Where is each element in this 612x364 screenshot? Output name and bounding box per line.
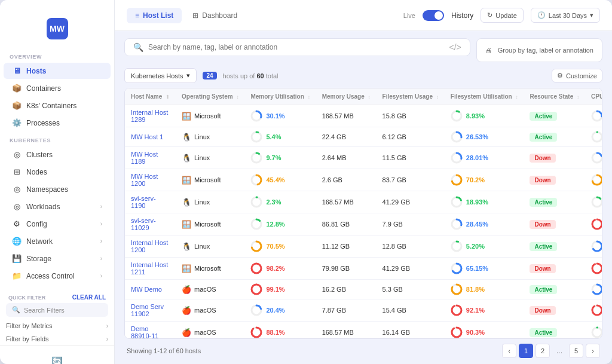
mem-util-circle [250,196,262,208]
fs-util-cell: 8.93% [451,110,518,122]
sidebar-item-access-control[interactable]: 📁 Access Control › [4,268,111,284]
next-page-button[interactable]: › [586,344,600,358]
chevron-right-icon: › [100,221,102,227]
col-cpu-util[interactable]: CPU Utilisation ↕ [585,88,602,105]
mem-util-cell: 30.1% [250,110,310,122]
cpu-util-cell: 18.93% [591,152,602,164]
sidebar-item-containers[interactable]: 📦 Containers [4,80,111,96]
sidebar-item-network[interactable]: 🌐 Network › [4,233,111,249]
table-row[interactable]: Internal Host 1200 🐧 Linux 70.5% 11.12 G… [125,235,602,258]
containers-icon: 📦 [12,84,22,93]
fs-usage-cell: 12.8 GB [382,243,406,250]
sidebar-nav-refresh-icon[interactable]: 🔄 [48,352,67,364]
live-label: Live [403,12,415,19]
mem-util-pct: 20.4% [266,307,284,314]
status-badge: Down [530,220,555,229]
sidebar-item-clusters[interactable]: ◎ Clusters [4,146,111,163]
sidebar: MW OVERVIEW 🖥 Hosts 📦 Containers 📦 K8s' … [0,0,115,364]
fs-util-pct: 81.8% [466,286,485,293]
status-badge: Active [530,133,557,142]
code-icon[interactable]: </> [449,42,461,52]
fs-util-cell: 26.53% [451,131,518,143]
table-row[interactable]: MW Host 1 🐧 Linux 5.4% 22.4 GB 6.12 GB 2… [125,127,602,147]
chevron-right-icon: › [106,336,108,342]
table-row[interactable]: MW Demo 🍎 macOS 99.1% 16.2 GB 5.3 GB 81.… [125,280,602,299]
page-1-button[interactable]: 1 [519,344,533,358]
host-selector[interactable]: Kubernetes Hosts ▾ [124,68,197,83]
table-row[interactable]: svi-serv-1190 🐧 Linux 2.3% 168.57 MB 41.… [125,191,602,213]
col-fs-util[interactable]: Filesystem Utilisation ↕ [445,88,524,105]
svg-point-38 [452,241,461,251]
col-mem-util[interactable]: Memory Utilisation ↕ [244,88,316,105]
sidebar-item-hosts[interactable]: 🖥 Hosts [4,63,111,79]
mem-usage-cell: 168.57 MB [322,198,354,206]
host-name-cell: MW Demo [131,286,162,293]
pagination: Showing 1-12 of 60 hosts ‹ 1 2 … 5 › [124,339,602,359]
update-button[interactable]: ↻ Update [481,8,523,23]
mem-util-cell: 70.5% [250,240,310,252]
sidebar-item-workloads[interactable]: ◎ Workloads › [4,198,111,215]
os-cell: 🍎 macOS [182,306,238,315]
sidebar-item-processes[interactable]: ⚙️ Processes [4,115,111,131]
filter-by-fields[interactable]: Filter by Fields › [0,332,114,345]
group-by-bar[interactable]: 🖨 Group by tag, label or annotation [476,38,602,62]
cpu-util-cell: 65.15% [591,283,602,295]
tab-host-list[interactable]: ≡ Host List [127,8,182,23]
sidebar-item-k8s-containers[interactable]: 📦 K8s' Containers [4,97,111,114]
page-2-button[interactable]: 2 [536,344,550,358]
tab-dashboard[interactable]: ⊞ Dashboard [184,8,246,23]
cpu-util-circle [591,262,602,274]
os-icon: 🪟 [182,264,191,273]
sidebar-item-nodes[interactable]: ⊞ Nodes [4,164,111,180]
table-row[interactable]: Demo Serv 11902 🍎 macOS 20.4% 7.87 GB 15… [125,299,602,322]
col-resource-state[interactable]: Resource State ↕ [524,88,585,105]
os-cell: 🪟 Microsoft [182,112,238,121]
os-cell: 🐧 Linux [182,198,238,207]
filter-by-metrics[interactable]: Filter by Metrics › [0,319,114,332]
fs-util-cell: 90.3% [451,326,518,338]
clear-all-button[interactable]: Clear All [72,294,106,301]
table-row[interactable]: Internal Host 1289 🪟 Microsoft 30.1% 168… [125,105,602,127]
table-row[interactable]: MW Host 1200 🪟 Microsoft 45.4% 2.6 GB 83… [125,169,602,191]
os-label: macOS [194,329,216,336]
date-range-button[interactable]: 🕐 Last 30 Days ▾ [531,8,600,23]
history-label[interactable]: History [451,11,473,20]
os-icon: 🪟 [182,220,191,229]
os-icon: 🪟 [182,112,191,121]
col-fs-usage[interactable]: Filesystem Usage ↕ [377,88,445,105]
mem-usage-cell: 22.4 GB [322,133,346,140]
os-icon: 🐧 [182,154,191,163]
table-row[interactable]: svi-serv-11029 🪟 Microsoft 12.8% 86.81 G… [125,213,602,235]
fs-util-circle [451,152,463,164]
prev-page-button[interactable]: ‹ [502,344,516,358]
table-row[interactable]: MW Host 1189 🐧 Linux 9.7% 2.64 MB 11.5 G… [125,147,602,169]
mem-util-cell: 12.8% [250,218,310,230]
mem-util-pct: 12.8% [266,221,284,228]
sidebar-item-storage[interactable]: 💾 Storage › [4,250,111,267]
mem-util-circle [250,240,262,252]
mem-usage-cell: 168.57 MB [322,329,354,336]
top-bar: ≡ Host List ⊞ Dashboard Live History ↻ U… [115,0,612,31]
status-badge: Down [530,306,555,315]
mem-util-pct: 88.1% [266,329,284,336]
fs-util-pct: 65.15% [466,265,488,272]
table-row[interactable]: Demo 88910-11 🍎 macOS 88.1% 168.57 MB 16… [125,322,602,339]
mem-usage-cell: 11.12 GB [322,243,350,250]
cpu-util-cell: 92.1% [591,262,602,274]
page-5-button[interactable]: 5 [569,344,583,358]
live-toggle[interactable] [423,10,444,21]
mem-util-circle [250,110,262,122]
mem-util-cell: 45.4% [250,174,310,186]
col-host-name[interactable]: Host Name ⬆ [125,88,176,105]
customize-button[interactable]: ⚙ Customize [552,69,602,82]
col-os[interactable]: Operating System ↕ [176,88,244,105]
sidebar-item-namespaces[interactable]: ◎ Namespaces [4,181,111,197]
sidebar-item-config[interactable]: ⚙ Config › [4,216,111,232]
search-filters-input[interactable]: 🔍 Search Filters [6,303,108,317]
mem-util-pct: 9.7% [266,154,281,161]
col-mem-usage[interactable]: Memory Usage ↕ [316,88,377,105]
table-row[interactable]: Internal Host 1211 🪟 Microsoft 98.2% 79.… [125,258,602,280]
search-input[interactable] [148,43,445,51]
fs-usage-cell: 15.8 GB [382,112,406,120]
fs-util-cell: 70.2% [451,174,518,186]
